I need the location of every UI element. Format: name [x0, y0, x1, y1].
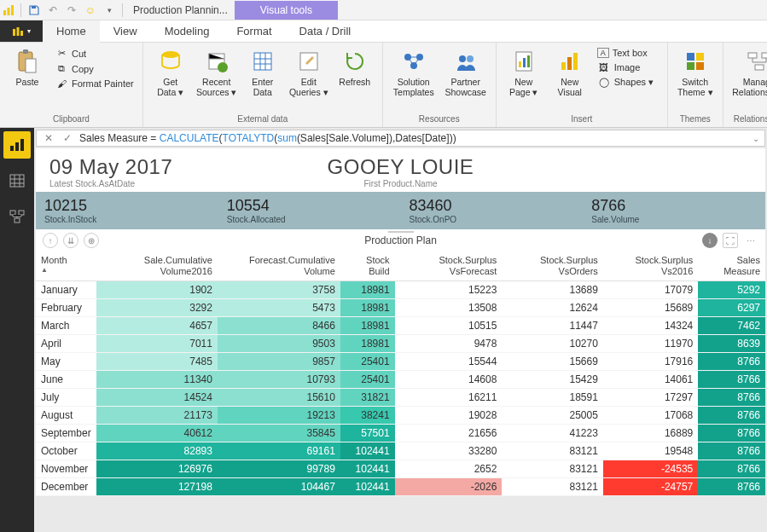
svg-rect-21: [519, 61, 521, 67]
tab-home[interactable]: Home: [43, 20, 100, 43]
column-header[interactable]: Sale.Cumulative Volume2016: [96, 252, 218, 281]
table-row[interactable]: November12697699789102441265283121-24535…: [36, 460, 765, 478]
table-row[interactable]: October828936916110244133280831211954887…: [36, 442, 765, 460]
recent-sources-button[interactable]: Recent Sources ▾: [195, 46, 239, 99]
table-row[interactable]: January19023758189811522313689170795292: [36, 281, 765, 299]
solution-templates-button[interactable]: Solution Templates: [388, 46, 439, 99]
production-plan-table[interactable]: Month▲Sale.Cumulative Volume2016Forecast…: [36, 252, 765, 496]
column-header[interactable]: Forecast.Cumulative Volume: [218, 252, 340, 281]
smiley-icon[interactable]: ☺: [81, 1, 100, 20]
svg-point-18: [459, 55, 466, 62]
column-header[interactable]: Month▲: [36, 252, 96, 281]
view-switcher: [0, 128, 34, 532]
redo-icon[interactable]: ↷: [62, 1, 81, 20]
solution-templates-icon: [400, 48, 427, 75]
tab-data-drill[interactable]: Data / Drill: [286, 20, 365, 42]
table-row[interactable]: July1452415610318211621118591172978766: [36, 389, 765, 407]
format-painter-button[interactable]: 🖌Format Painter: [51, 77, 137, 90]
cut-icon: ✂: [55, 48, 68, 59]
export-icon[interactable]: ↓: [702, 233, 718, 248]
svg-rect-8: [23, 49, 28, 54]
table-row[interactable]: April7011950318981947810270119708639: [36, 335, 765, 353]
kpi-salevolume[interactable]: 8766Sale.Volume: [583, 192, 765, 229]
data-cell: 8766: [698, 478, 765, 496]
new-page-button[interactable]: New Page ▾: [502, 46, 546, 99]
partner-showcase-button[interactable]: Partner Showcase: [441, 46, 491, 99]
data-cell: 8766: [698, 425, 765, 442]
data-cell: 13689: [502, 281, 603, 299]
save-icon[interactable]: [25, 1, 44, 20]
column-header[interactable]: Stock.Surplus VsOrders: [502, 252, 603, 281]
image-button[interactable]: 🖼Image: [594, 61, 662, 74]
tab-modeling[interactable]: Modeling: [151, 20, 224, 42]
data-cell: 8766: [698, 389, 765, 407]
refresh-button[interactable]: Refresh: [333, 46, 377, 89]
formula-cancel-icon[interactable]: ✕: [42, 132, 55, 144]
undo-icon[interactable]: ↶: [44, 1, 62, 20]
formula-expand-icon[interactable]: ⌄: [752, 134, 759, 143]
data-cell: 83121: [502, 442, 603, 460]
tab-format[interactable]: Format: [223, 20, 285, 42]
formula-bar[interactable]: ✕ ✓ Sales Measure = CALCULATE(TOTALYTD(s…: [36, 130, 765, 147]
focus-mode-icon[interactable]: ⛶: [723, 233, 738, 248]
column-header[interactable]: Stock Build: [340, 252, 395, 281]
image-icon: 🖼: [597, 62, 611, 72]
data-cell: 12624: [502, 299, 603, 317]
data-cell: 102441: [340, 442, 395, 460]
new-visual-button[interactable]: New Visual: [548, 46, 592, 99]
enter-data-button[interactable]: Enter Data: [241, 46, 285, 99]
paste-button[interactable]: Paste: [5, 46, 49, 89]
table-row[interactable]: March46578466189811051511447143247462: [36, 317, 765, 335]
data-cell: 8766: [698, 442, 765, 460]
table-row[interactable]: June1134010793254011460815429140618766: [36, 371, 765, 389]
table-row[interactable]: August2117319213382411902825005170688766: [36, 407, 765, 425]
more-options-icon[interactable]: ⋯: [743, 233, 758, 248]
expand-all-icon[interactable]: ⊕: [84, 233, 99, 248]
data-cell: 35845: [218, 425, 340, 442]
header-title-sub: First Product.Name: [283, 179, 517, 188]
formula-commit-icon[interactable]: ✓: [61, 132, 74, 144]
get-data-button[interactable]: Get Data ▾: [148, 46, 193, 99]
column-header[interactable]: Stock.Surplus VsForecast: [395, 252, 503, 281]
edit-queries-button[interactable]: Edit Queries ▾: [287, 46, 331, 99]
table-row[interactable]: May74859857254011554415669179168766: [36, 353, 765, 371]
svg-rect-28: [696, 53, 704, 61]
qat-dropdown-icon[interactable]: ▾: [100, 1, 119, 20]
data-cell: 11970: [603, 335, 698, 353]
data-cell: 69161: [218, 442, 340, 460]
table-row[interactable]: February32925473189811350812624156896297: [36, 299, 765, 317]
drill-down-icon[interactable]: ⇊: [63, 233, 78, 248]
file-tab[interactable]: ▾: [0, 20, 43, 42]
model-view-icon[interactable]: [3, 203, 31, 230]
column-header[interactable]: Stock.Surplus Vs2016: [603, 252, 698, 281]
data-view-icon[interactable]: [3, 167, 31, 194]
copy-button[interactable]: ⧉Copy: [51, 61, 137, 76]
data-cell: 18981: [340, 281, 395, 299]
table-row[interactable]: September4061235845575012165641223168898…: [36, 425, 765, 442]
report-view-icon[interactable]: [3, 131, 31, 159]
tab-view[interactable]: View: [100, 20, 151, 42]
month-cell: March: [36, 317, 96, 335]
table-row[interactable]: December127198104467102441-202683121-247…: [36, 478, 765, 496]
kpi-onpo[interactable]: 83460Stock.OnPO: [401, 192, 584, 229]
shapes-button[interactable]: ◯Shapes ▾: [594, 75, 662, 90]
switch-theme-button[interactable]: Switch Theme ▾: [673, 46, 718, 99]
data-cell: 8639: [698, 335, 765, 353]
month-cell: November: [36, 460, 96, 478]
month-cell: May: [36, 353, 96, 371]
kpi-instock[interactable]: 10215Stock.InStock: [36, 192, 218, 229]
svg-rect-23: [527, 55, 530, 67]
manage-relationships-button[interactable]: Manage Relationships: [729, 46, 767, 99]
text-box-button[interactable]: AText box: [594, 46, 662, 60]
data-cell: 25401: [340, 353, 395, 371]
month-cell: January: [36, 281, 96, 299]
drill-up-icon[interactable]: ↑: [43, 233, 58, 248]
formula-text[interactable]: Sales Measure = CALCULATE(TOTALYTD(sum(S…: [79, 132, 747, 144]
file-icon: [12, 26, 24, 37]
cut-button[interactable]: ✂Cut: [51, 46, 137, 61]
column-header[interactable]: Sales Measure: [698, 252, 765, 281]
data-cell: 9857: [218, 353, 340, 371]
contextual-tab-label: Visual tools: [235, 1, 338, 20]
app-icon: [0, 2, 17, 19]
kpi-allocated[interactable]: 10554Stock.Allocated: [218, 192, 401, 229]
